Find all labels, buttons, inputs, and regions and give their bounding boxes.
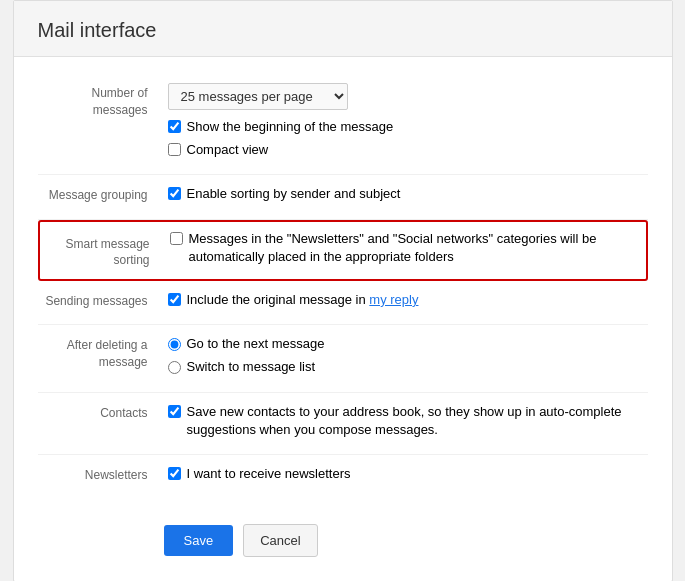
- next-message-label[interactable]: Go to the next message: [187, 335, 325, 353]
- smart-sorting-checkbox-row: Messages in the "Newsletters" and "Socia…: [170, 230, 646, 266]
- after-deleting-label: After deleting a message: [38, 335, 168, 371]
- message-list-radio-row: Switch to message list: [168, 358, 648, 376]
- compact-view-checkbox[interactable]: [168, 143, 181, 156]
- show-beginning-checkbox[interactable]: [168, 120, 181, 133]
- after-deleting-content: Go to the next message Switch to message…: [168, 335, 648, 381]
- newsletters-content: I want to receive newsletters: [168, 465, 648, 488]
- enable-sorting-row: Enable sorting by sender and subject: [168, 185, 648, 203]
- enable-sorting-checkbox[interactable]: [168, 187, 181, 200]
- message-list-radio[interactable]: [168, 361, 181, 374]
- contacts-content: Save new contacts to your address book, …: [168, 403, 648, 444]
- page-title: Mail interface: [14, 1, 672, 57]
- next-message-radio-row: Go to the next message: [168, 335, 648, 353]
- sending-messages-row: Sending messages Include the original me…: [38, 281, 648, 325]
- cancel-button[interactable]: Cancel: [243, 524, 317, 557]
- contacts-row: Contacts Save new contacts to your addre…: [38, 393, 648, 455]
- after-deleting-row: After deleting a message Go to the next …: [38, 325, 648, 392]
- message-grouping-row: Message grouping Enable sorting by sende…: [38, 175, 648, 219]
- newsletters-checkbox-row: I want to receive newsletters: [168, 465, 648, 483]
- my-reply-link[interactable]: my reply: [369, 292, 418, 307]
- smart-sorting-description[interactable]: Messages in the "Newsletters" and "Socia…: [189, 230, 646, 266]
- show-beginning-label[interactable]: Show the beginning of the message: [187, 118, 394, 136]
- number-of-messages-label: Number of messages: [38, 83, 168, 119]
- save-contacts-checkbox[interactable]: [168, 405, 181, 418]
- include-original-checkbox[interactable]: [168, 293, 181, 306]
- newsletters-text[interactable]: I want to receive newsletters: [187, 465, 351, 483]
- include-original-label[interactable]: Include the original message in my reply: [187, 291, 419, 309]
- number-of-messages-content: 10 messages per page 25 messages per pag…: [168, 83, 648, 164]
- messages-per-page-select[interactable]: 10 messages per page 25 messages per pag…: [168, 83, 348, 110]
- newsletters-row: Newsletters I want to receive newsletter…: [38, 455, 648, 498]
- compact-view-label[interactable]: Compact view: [187, 141, 269, 159]
- save-contacts-row: Save new contacts to your address book, …: [168, 403, 648, 439]
- message-grouping-content: Enable sorting by sender and subject: [168, 185, 648, 208]
- settings-body: Number of messages 10 messages per page …: [14, 57, 672, 514]
- save-button[interactable]: Save: [164, 525, 234, 556]
- buttons-row: Save Cancel: [14, 514, 672, 557]
- smart-sorting-content: Messages in the "Newsletters" and "Socia…: [170, 230, 646, 271]
- smart-sorting-row: Smart message sorting Messages in the "N…: [38, 220, 648, 281]
- enable-sorting-label[interactable]: Enable sorting by sender and subject: [187, 185, 401, 203]
- message-list-label[interactable]: Switch to message list: [187, 358, 316, 376]
- settings-container: Mail interface Number of messages 10 mes…: [13, 0, 673, 581]
- newsletters-label: Newsletters: [38, 465, 168, 484]
- sending-messages-label: Sending messages: [38, 291, 168, 310]
- contacts-label: Contacts: [38, 403, 168, 422]
- number-of-messages-row: Number of messages 10 messages per page …: [38, 73, 648, 175]
- newsletters-checkbox[interactable]: [168, 467, 181, 480]
- messages-per-page-row: 10 messages per page 25 messages per pag…: [168, 83, 648, 110]
- sending-messages-content: Include the original message in my reply: [168, 291, 648, 314]
- smart-sorting-checkbox[interactable]: [170, 232, 183, 245]
- show-beginning-row: Show the beginning of the message: [168, 118, 648, 136]
- include-original-text: Include the original message in: [187, 292, 370, 307]
- compact-view-row: Compact view: [168, 141, 648, 159]
- include-original-row: Include the original message in my reply: [168, 291, 648, 309]
- next-message-radio[interactable]: [168, 338, 181, 351]
- message-grouping-label: Message grouping: [38, 185, 168, 204]
- smart-sorting-label: Smart message sorting: [40, 230, 170, 270]
- save-contacts-label[interactable]: Save new contacts to your address book, …: [187, 403, 648, 439]
